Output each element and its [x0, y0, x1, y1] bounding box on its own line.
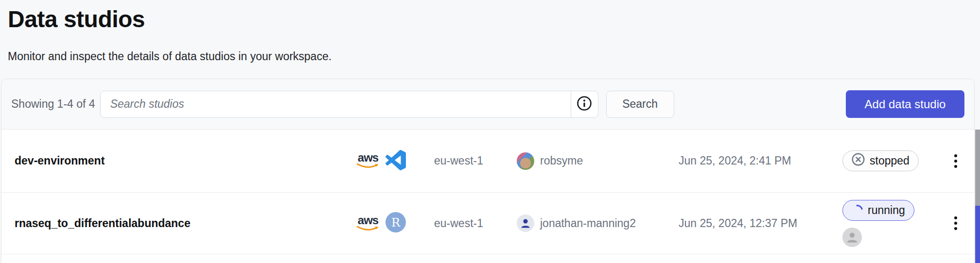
table-row[interactable]: dev-environment aws eu-west-1 robsyme Ju…: [1, 130, 974, 193]
add-data-studio-button[interactable]: Add data studio: [846, 90, 964, 118]
username-label: jonathan-manning2: [540, 217, 636, 230]
status-label: stopped: [870, 154, 910, 167]
rstudio-icon: R: [385, 212, 406, 234]
studio-icons-cell: aws: [356, 150, 434, 172]
status-cell: running: [842, 200, 948, 247]
search-group: [100, 91, 598, 118]
spinner-icon: [849, 202, 865, 218]
table-row[interactable]: rnaseq_to_differentialabundance aws R eu…: [1, 193, 974, 254]
created-date-label: Jun 25, 2024, 2:41 PM: [679, 154, 842, 167]
status-badge: running: [842, 200, 914, 221]
scrollbar-thumb-accent[interactable]: [975, 206, 980, 263]
status-cell: stopped: [842, 150, 948, 171]
region-label: eu-west-1: [434, 154, 517, 167]
username-label: robsyme: [540, 154, 583, 167]
row-menu-kebab-icon[interactable]: [948, 154, 963, 168]
status-badge: stopped: [842, 150, 919, 171]
page-header: Data studios Monitor and inspect the det…: [0, 6, 980, 63]
vscode-icon: [385, 150, 406, 172]
row-menu-kebab-icon[interactable]: [948, 216, 963, 230]
studios-toolbar: Showing 1-4 of 4 Search Add data studio: [1, 79, 974, 130]
person-icon: [519, 217, 532, 230]
aws-icon: aws: [356, 215, 380, 232]
region-label: eu-west-1: [434, 217, 517, 230]
avatar: [517, 152, 534, 170]
search-button[interactable]: Search: [606, 91, 674, 118]
aws-icon: aws: [356, 152, 380, 169]
user-cell: jonathan-manning2: [517, 214, 679, 232]
avatar: [517, 214, 534, 232]
session-user-avatar: [842, 228, 862, 247]
svg-text:R: R: [391, 216, 401, 230]
person-icon: [845, 230, 859, 244]
showing-count: Showing 1-4 of 4: [11, 98, 95, 111]
status-label: running: [868, 204, 905, 217]
stopped-icon: [852, 153, 865, 169]
search-input[interactable]: [101, 91, 571, 117]
page-subtitle: Monitor and inspect the details of data …: [8, 49, 980, 63]
page-title: Data studios: [8, 6, 980, 33]
studios-card: Showing 1-4 of 4 Search Add data studio …: [1, 79, 975, 263]
table-row-partial: [1, 254, 974, 263]
scrollbar-thumb[interactable]: [975, 130, 980, 206]
user-cell: robsyme: [517, 152, 679, 170]
info-icon: [577, 96, 592, 113]
studio-icons-cell: aws R: [356, 212, 434, 234]
studio-name[interactable]: dev-environment: [15, 154, 356, 167]
search-info-append[interactable]: [571, 91, 598, 117]
created-date-label: Jun 25, 2024, 12:37 PM: [679, 217, 842, 230]
studio-name[interactable]: rnaseq_to_differentialabundance: [15, 217, 356, 230]
